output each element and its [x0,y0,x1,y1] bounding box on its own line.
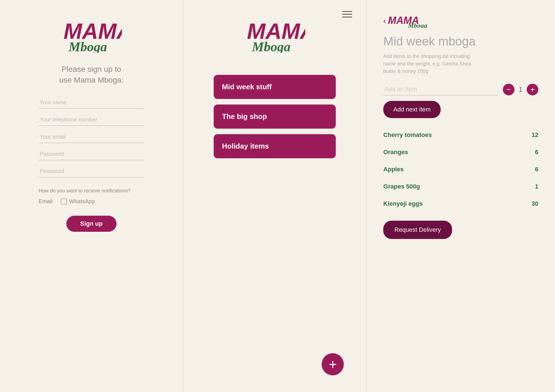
shopping-item: Kienyeji eggs 30 [383,195,538,212]
password1-input[interactable] [39,148,144,160]
shopping-item: Cherry tomatoes 12 [383,126,538,144]
item-name: Apples [383,166,403,173]
quantity-controls: − 1 + [503,84,538,95]
list-holiday-items[interactable]: Holiday items [214,134,336,158]
signup-button[interactable]: Sign up [66,216,117,232]
item-name: Oranges [383,149,408,156]
notifications-label: How do you want to recieve notifications… [39,188,144,194]
lists-screen: MAMA Mboga Mid week stuff The big shop H… [183,0,366,392]
quantity-plus-button[interactable]: + [527,84,538,95]
logo: MAMA Mboga [61,17,122,53]
whatsapp-option-label: WhatsApp [69,198,95,205]
back-logo: MAMA Mboga [388,14,432,28]
list-the-big-shop[interactable]: The big shop [214,105,336,129]
logo: MAMA Mboga [244,17,305,53]
item-name: Cherry tomatoes [383,131,432,139]
item-quantity: 30 [532,200,538,207]
shopping-list-detail-screen: ‹ MAMA Mboga Mid week mboga Add items to… [366,0,555,392]
hamburger-line-3 [342,17,352,17]
hamburger-line-1 [342,11,352,12]
back-chevron-icon: ‹ [383,17,386,25]
add-item-row: − 1 + [383,83,538,95]
page-description: Add items to the shopping list including… [383,53,483,75]
notification-options: Email WhatsApp [39,198,144,205]
page-title: Mid week mboga [383,34,476,48]
phone-input[interactable] [39,114,144,126]
name-input[interactable] [39,96,144,109]
email-option-label: Email [39,198,52,205]
item-quantity: 12 [532,131,538,139]
shopping-item: Apples 6 [383,161,538,178]
name-field-group [39,96,144,109]
item-quantity: 6 [535,149,538,156]
add-item-input[interactable] [383,83,498,95]
request-delivery-button[interactable]: Request Delivery [383,221,452,239]
signup-title: Please sign up to use Mama Mboga: [59,64,123,85]
quantity-minus-button[interactable]: − [503,84,514,95]
email-option: Email [39,198,52,205]
list-mid-week-stuff[interactable]: Mid week stuff [214,75,336,99]
password2-input[interactable] [39,165,144,177]
svg-text:Mboga: Mboga [68,39,107,53]
whatsapp-checkbox[interactable] [61,198,67,205]
shopping-item: Grapes 500g 1 [383,178,538,195]
item-quantity: 1 [535,183,538,190]
shopping-lists: Mid week stuff The big shop Holiday item… [214,75,336,158]
quantity-value: 1 [517,86,524,93]
whatsapp-option[interactable]: WhatsApp [61,198,95,205]
shopping-items-list: Cherry tomatoes 12 Oranges 6 Apples 6 Gr… [383,126,538,212]
phone-field-group [39,114,144,126]
hamburger-menu[interactable] [342,11,352,17]
svg-text:Mboga: Mboga [252,39,291,53]
notifications-section: How do you want to recieve notifications… [39,188,144,205]
email-field-group [39,131,144,143]
add-list-fab[interactable]: + [322,353,344,375]
hamburger-line-2 [342,14,352,15]
password1-field-group [39,148,144,160]
shopping-item: Oranges 6 [383,144,538,161]
add-next-item-button[interactable]: Add next item [383,101,441,118]
email-input[interactable] [39,131,144,143]
item-name: Kienyeji eggs [383,200,423,207]
back-navigation[interactable]: ‹ MAMA Mboga [383,14,432,28]
signup-screen: MAMA Mboga Please sign up to use Mama Mb… [0,0,183,392]
password2-field-group [39,165,144,177]
item-quantity: 6 [535,166,538,173]
svg-text:Mboga: Mboga [408,22,427,28]
item-name: Grapes 500g [383,183,420,190]
